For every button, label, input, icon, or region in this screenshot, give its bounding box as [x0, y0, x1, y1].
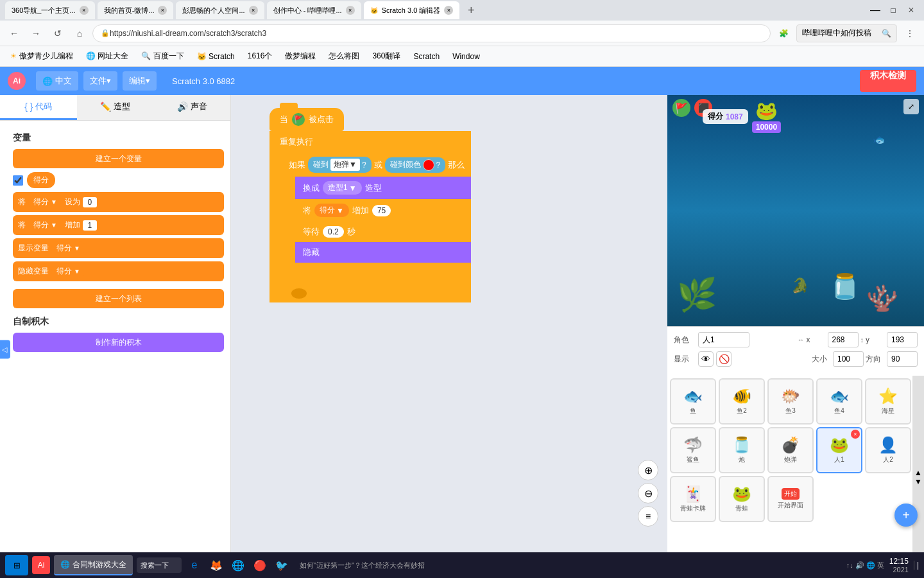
tab-bilibili[interactable]: 彭思畅的个人空间... ×: [176, 1, 264, 19]
bookmark-scratch2[interactable]: Scratch: [408, 49, 445, 64]
search-taskbar-item[interactable]: 搜索一下: [137, 557, 182, 573]
bookmark-scratch[interactable]: 🐱 Scratch: [192, 49, 240, 64]
bookmark-1616[interactable]: 1616个: [243, 49, 278, 64]
dir-input[interactable]: [887, 351, 918, 367]
taskbar-scratch-icon[interactable]: Ai: [32, 556, 50, 574]
address-bar[interactable]: 🔒 https://niushi.all-dream.com/scratch3/…: [92, 24, 771, 42]
maximize-button[interactable]: □: [886, 3, 901, 18]
wait-val-input[interactable]: 0.2: [323, 226, 344, 238]
wait-block[interactable]: 等待 0.2 秒: [295, 222, 471, 242]
block-hide-variable[interactable]: 隐藏变量 得分 ▼: [13, 261, 224, 281]
if-block[interactable]: 如果 碰到 炮弹▼ ?: [282, 153, 471, 270]
tab-weibo-close[interactable]: ×: [158, 6, 167, 15]
bookmark-360[interactable]: 360翻译: [367, 49, 406, 64]
sprite-fish4[interactable]: 🐟 鱼4: [816, 378, 862, 425]
tab-costume[interactable]: ✏️ 造型: [77, 95, 154, 120]
taskbar-app4-icon[interactable]: 🔴: [251, 556, 269, 574]
language-button[interactable]: 🌐 中文: [36, 71, 78, 91]
block-change-score[interactable]: 将 得分 ▼ 增加 1: [13, 215, 224, 235]
taskbar-browser[interactable]: 🌐 合同制游戏大全: [54, 555, 133, 575]
file-menu-button[interactable]: 文件▾: [83, 71, 117, 91]
tab-creation[interactable]: 创作中心 - 哔哩哔哩... ×: [267, 1, 361, 19]
x-input[interactable]: [828, 332, 859, 347]
fullscreen-button[interactable]: ⤢: [903, 99, 919, 114]
bookmark-aomeng2[interactable]: 傲梦编程: [280, 49, 321, 64]
zoom-out-button[interactable]: ⊖: [638, 483, 658, 504]
new-tab-button[interactable]: +: [462, 1, 480, 19]
code-canvas[interactable]: 当 🚩 被点击 重复执行: [231, 95, 667, 578]
bookmark-aomeng[interactable]: ☀ 傲梦青少儿编程: [5, 49, 78, 64]
set-score-block[interactable]: 将 得分▼ 增加 75: [295, 199, 471, 222]
variable-checkbox-score[interactable]: [13, 175, 23, 186]
close-button[interactable]: ×: [903, 3, 919, 18]
taskbar-ie-icon[interactable]: e: [185, 556, 203, 574]
bookmark-window[interactable]: Window: [447, 49, 485, 64]
side-collapse-tab[interactable]: ◁: [0, 340, 10, 359]
back-button[interactable]: ←: [5, 24, 23, 42]
extensions-button[interactable]: 🧩: [774, 24, 792, 42]
sprite-cannon[interactable]: 🫙 炮: [719, 427, 765, 473]
green-flag-button[interactable]: 🚩: [672, 99, 690, 117]
repeat-block[interactable]: 重复执行 如果: [270, 131, 471, 302]
bookmark-nav[interactable]: 🌐 网址大全: [81, 49, 133, 64]
hide-block[interactable]: 隐藏: [295, 242, 471, 263]
sprite-fish2[interactable]: 🐠 鱼2: [719, 378, 765, 425]
taskbar-app5-icon[interactable]: 🐦: [273, 556, 291, 574]
tab-code[interactable]: { } 代码: [0, 95, 77, 120]
sprite-fish[interactable]: 🐟 鱼: [670, 378, 716, 425]
taskbar-chrome-icon[interactable]: 🌐: [229, 556, 247, 574]
hat-block[interactable]: 当 🚩 被点击: [270, 108, 344, 131]
sprite-fish3[interactable]: 🐡 鱼3: [767, 378, 814, 425]
create-variable-button[interactable]: 建立一个变量: [13, 149, 224, 168]
sprite-person2[interactable]: 👤 人2: [865, 427, 911, 473]
minimize-button[interactable]: —: [868, 3, 883, 18]
refresh-button[interactable]: ↺: [49, 24, 67, 42]
add-sprite-button[interactable]: +: [894, 504, 918, 527]
bullet-dropdown[interactable]: 炮弹▼: [330, 159, 360, 171]
costume-dropdown[interactable]: 造型1▼: [323, 181, 362, 195]
home-button[interactable]: ⌂: [71, 24, 89, 42]
touch-color-block[interactable]: 碰到颜色 ?: [385, 157, 446, 173]
show-hidden-button[interactable]: 🚫: [716, 351, 732, 367]
tab-360[interactable]: 360导航_一个主页... ×: [5, 1, 95, 19]
tab-sound[interactable]: 🔊 声音: [153, 95, 230, 120]
sprite-starfish[interactable]: ⭐ 海星: [865, 378, 911, 425]
search-input[interactable]: [802, 29, 879, 38]
sprite-shark[interactable]: 🦈 鲨鱼: [670, 427, 716, 473]
sprite-name-input[interactable]: [698, 332, 749, 347]
tab-bilibili-close[interactable]: ×: [249, 6, 258, 15]
show-visible-button[interactable]: 👁: [698, 351, 714, 367]
create-block-button[interactable]: 制作新的积木: [13, 333, 224, 352]
sprite-person1-delete[interactable]: ×: [851, 430, 860, 439]
create-list-button[interactable]: 建立一个列表: [13, 289, 224, 308]
edit-menu-button[interactable]: 编辑▾: [123, 71, 157, 91]
switch-costume-block[interactable]: 换成 造型1▼ 造型: [295, 177, 471, 199]
sprite-frogcard[interactable]: 🃏 青蛙卡牌: [670, 476, 716, 522]
sprite-startscreen[interactable]: 开始 开始界面: [767, 476, 814, 522]
tab-scratch-close[interactable]: ×: [444, 6, 453, 15]
menu-button[interactable]: ⋮: [901, 24, 919, 42]
y-input[interactable]: [887, 332, 918, 347]
color-picker[interactable]: [423, 159, 434, 171]
fit-screen-button[interactable]: ≡: [638, 506, 658, 527]
sprite-person1[interactable]: × 🐸 人1: [816, 427, 862, 473]
block-show-variable[interactable]: 显示变量 得分 ▼: [13, 238, 224, 258]
start-button[interactable]: ⊞: [5, 555, 28, 575]
touch-block[interactable]: 碰到 炮弹▼ ?: [308, 157, 372, 173]
taskbar-firefox-icon[interactable]: 🦊: [207, 556, 225, 574]
show-desktop-button[interactable]: |: [914, 561, 919, 570]
set-val-input[interactable]: 75: [372, 205, 391, 216]
sprite-frog[interactable]: 🐸 青蛙: [719, 476, 765, 522]
tab-creation-close[interactable]: ×: [346, 6, 355, 15]
change-value-input[interactable]: 1: [83, 220, 97, 231]
zoom-in-button[interactable]: ⊕: [638, 460, 658, 480]
set-value-input[interactable]: 0: [83, 197, 97, 207]
block-set-score[interactable]: 将 得分 ▼ 设为 0: [13, 192, 224, 212]
tab-360-close[interactable]: ×: [80, 6, 89, 15]
forward-button[interactable]: →: [27, 24, 45, 42]
tab-scratch[interactable]: 🐱 Scratch 3.0 编辑器 ×: [364, 1, 460, 19]
bookmark-how[interactable]: 怎么将图: [323, 49, 364, 64]
detect-button[interactable]: 积木检测: [860, 70, 916, 92]
size-input[interactable]: [833, 351, 864, 367]
sprites-scroll-up[interactable]: ▲▼: [912, 376, 924, 578]
